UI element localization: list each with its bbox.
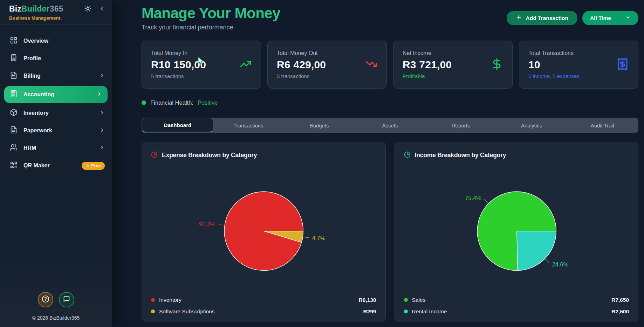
free-badge: Free	[82, 162, 105, 170]
legend-value: R2,500	[611, 308, 629, 315]
pie-chart-icon	[151, 151, 158, 159]
add-transaction-button[interactable]: Add Transaction	[507, 11, 577, 25]
health-status: Positive	[198, 99, 218, 106]
legend-label: Software Subscriptions	[159, 308, 215, 315]
chart-title: Expense Breakdown by Category	[162, 152, 257, 159]
brand-tagline: Business Management,	[9, 15, 105, 21]
help-circle-icon	[42, 295, 49, 304]
sidebar-item-qr-maker[interactable]: QR Maker Free	[0, 157, 112, 174]
sidebar-header: BizBuilder365 Business Management,	[0, 0, 112, 25]
sidebar-footer: © 2026 BizBuilder365	[0, 292, 112, 327]
tab-assets[interactable]: Assets	[355, 118, 425, 132]
income-legend: Sales R7,650 Rental Income R2,500	[395, 293, 638, 317]
help-button[interactable]	[38, 292, 53, 307]
sidebar-item-label: Inventory	[23, 110, 49, 116]
add-transaction-label: Add Transaction	[526, 15, 568, 21]
file-text-icon	[10, 126, 18, 135]
free-badge-label: Free	[91, 163, 101, 168]
message-square-icon	[63, 295, 70, 304]
chevron-down-icon	[625, 15, 631, 22]
chevron-right-icon	[100, 110, 105, 117]
sidebar-menu: Overview Profile Billing Accounting Inve…	[0, 25, 112, 174]
legend-label: Sales	[412, 297, 426, 303]
legend-dot	[151, 309, 155, 313]
sun-icon	[84, 5, 91, 13]
stat-card-net-income: Net Income R3 721,00 Profitable	[393, 41, 513, 89]
qr-code-icon	[10, 161, 18, 170]
chart-title: Income Breakdown by Category	[415, 152, 506, 159]
package-icon	[10, 109, 18, 118]
expense-breakdown-card: Expense Breakdown by Category 4.7%95.3% …	[142, 142, 386, 322]
chevron-left-icon	[99, 6, 105, 13]
time-range-value: All Time	[590, 15, 611, 21]
sidebar-item-label: HRM	[23, 145, 36, 151]
sidebar-item-inventory[interactable]: Inventory	[0, 104, 112, 122]
sidebar-item-billing[interactable]: Billing	[0, 67, 112, 85]
legend-dot	[404, 298, 408, 302]
income-breakdown-card: Income Breakdown by Category 24.6%75.4% …	[395, 142, 639, 322]
legend-value: R6,130	[359, 297, 376, 303]
stat-value: R6 429,00	[277, 59, 326, 71]
stat-value: R10 150,00	[151, 59, 206, 71]
chevron-right-icon	[100, 127, 105, 134]
sidebar-item-label: Accounting	[23, 91, 54, 98]
chevron-right-icon	[97, 91, 102, 98]
legend-row: Inventory R6,130	[151, 294, 376, 306]
sidebar-collapse-button[interactable]	[99, 6, 105, 13]
sidebar-item-label: Overview	[23, 38, 48, 44]
chevron-right-icon	[100, 145, 105, 152]
stat-sub: Profitable	[403, 73, 452, 79]
stat-sub: 5 transactions	[277, 73, 326, 79]
sidebar-item-overview[interactable]: Overview	[0, 32, 112, 50]
legend-label: Rental Income	[412, 308, 447, 315]
main-content: Manage Your Money Track your financial p…	[112, 0, 644, 327]
legend-dot	[404, 309, 408, 313]
sidebar-item-accounting[interactable]: Accounting	[4, 86, 108, 103]
stat-label: Total Transactions	[528, 50, 580, 56]
trending-up-icon	[240, 58, 252, 71]
dollar-sign-icon	[491, 58, 503, 72]
tab-budgets[interactable]: Budgets	[284, 118, 355, 132]
calculator-icon	[10, 90, 18, 99]
page-subtitle: Track your financial performance	[142, 24, 280, 31]
chevron-right-icon	[100, 73, 105, 79]
building-icon	[10, 54, 18, 63]
sidebar-item-profile[interactable]: Profile	[0, 50, 112, 67]
stat-value: R3 721,00	[403, 59, 452, 71]
sidebar-item-hrm[interactable]: HRM	[0, 139, 112, 157]
legend-row: Sales R7,650	[404, 294, 629, 306]
legend-label: Inventory	[159, 297, 181, 303]
users-icon	[10, 144, 18, 153]
time-range-dropdown[interactable]: All Time	[582, 11, 638, 25]
stat-label: Total Money Out	[277, 50, 326, 56]
tab-reports[interactable]: Reports	[425, 118, 496, 132]
health-label: Financial Health:	[150, 99, 193, 106]
legend-dot	[151, 298, 155, 302]
stat-label: Net Income	[403, 50, 452, 56]
tab-audit-trail[interactable]: Audit Trail	[567, 118, 638, 132]
pie-chart-icon	[404, 151, 411, 159]
financial-health-row: Financial Health: Positive	[142, 99, 638, 106]
file-text-icon	[10, 71, 18, 81]
accounting-dashboard-page: BizBuilder365 Business Management,	[0, 0, 644, 327]
plus-icon	[516, 14, 522, 22]
stat-sub: 5 transactions	[151, 73, 206, 79]
charts-row: Expense Breakdown by Category 4.7%95.3% …	[142, 142, 638, 322]
tab-analytics[interactable]: Analytics	[496, 118, 567, 132]
svg-text:75.4%: 75.4%	[465, 195, 481, 201]
tab-transactions[interactable]: Transactions	[213, 118, 284, 132]
brand-logo: BizBuilder365	[9, 4, 63, 14]
sidebar-item-paperwork[interactable]: Paperwork	[0, 122, 112, 139]
legend-value: R7,650	[611, 297, 629, 303]
tab-dashboard[interactable]: Dashboard	[142, 118, 213, 132]
income-pie-chart: 24.6%75.4%	[395, 167, 638, 293]
grid-icon	[10, 36, 18, 46]
stat-cards-row: Total Money In R10 150,00 5 transactions…	[142, 41, 638, 89]
legend-row: Software Subscriptions R299	[151, 306, 376, 317]
svg-text:24.6%: 24.6%	[552, 261, 568, 267]
stat-card-total-money-in: Total Money In R10 150,00 5 transactions	[142, 41, 261, 89]
legend-value: R299	[363, 308, 376, 315]
section-tabs: Dashboard Transactions Budgets Assets Re…	[142, 118, 638, 133]
chat-button[interactable]	[59, 292, 74, 307]
theme-toggle-button[interactable]	[84, 5, 91, 13]
